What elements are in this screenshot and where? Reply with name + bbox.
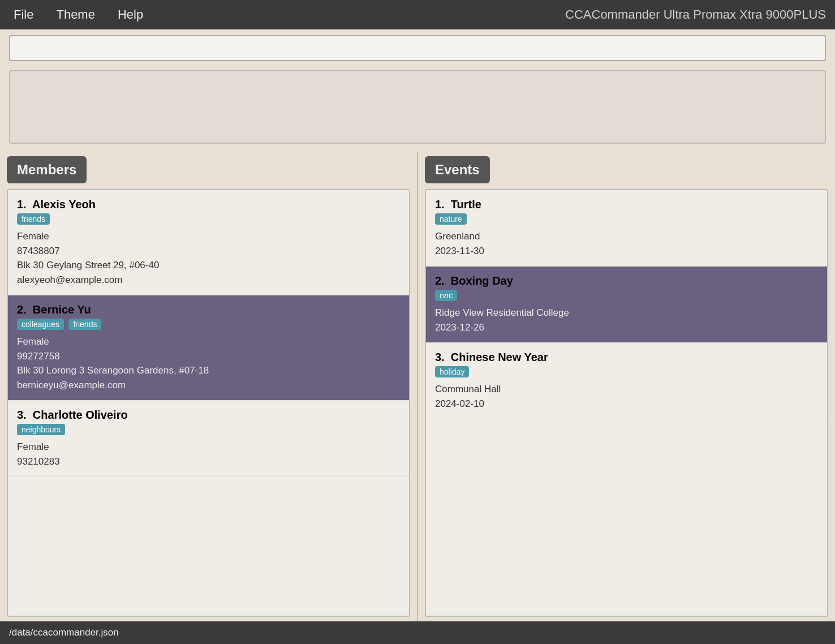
member-address-2: Blk 30 Lorong 3 Serangoon Gardens, #07-1… xyxy=(17,363,400,378)
tag-holiday-3: holiday xyxy=(435,366,469,377)
members-list[interactable]: 1. Alexis Yeoh friends Female 87438807 B… xyxy=(7,189,410,617)
members-panel: Members 1. Alexis Yeoh friends Female 87… xyxy=(0,152,418,621)
info-panel xyxy=(9,70,826,144)
member-phone-2: 99272758 xyxy=(17,349,400,364)
member-name-1: 1. Alexis Yeoh xyxy=(17,198,400,211)
member-phone-1: 87438807 xyxy=(17,244,400,259)
member-gender-1: Female xyxy=(17,229,400,244)
tag-colleagues-2: colleagues xyxy=(17,319,64,330)
search-input[interactable] xyxy=(9,35,826,61)
event-name-1: 1. Turtle xyxy=(435,198,818,211)
event-date-2: 2023-12-26 xyxy=(435,320,818,335)
event-location-2: Ridge View Residential College xyxy=(435,306,818,320)
member-email-1: alexyeoh@example.com xyxy=(17,273,400,287)
members-header: Members xyxy=(7,156,87,183)
event-date-1: 2023-11-30 xyxy=(435,244,818,259)
member-name-3: 3. Charlotte Oliveiro xyxy=(17,409,400,422)
member-name-2: 2. Bernice Yu xyxy=(17,303,400,316)
main-content: Members 1. Alexis Yeoh friends Female 87… xyxy=(0,152,835,621)
member-item-1[interactable]: 1. Alexis Yeoh friends Female 87438807 B… xyxy=(8,190,409,295)
app-title: CCACommander Ultra Promax Xtra 9000PLUS xyxy=(565,7,826,22)
menu-help[interactable]: Help xyxy=(113,5,148,24)
status-path: /data/ccacommander.json xyxy=(9,627,119,638)
menu-theme[interactable]: Theme xyxy=(51,5,99,24)
event-location-3: Communal Hall xyxy=(435,382,818,397)
event-tags-1: nature xyxy=(435,213,818,227)
event-name-2: 2. Boxing Day xyxy=(435,274,818,287)
event-item-2[interactable]: 2. Boxing Day rvrc Ridge View Residentia… xyxy=(426,267,827,343)
member-tags-2: colleagues friends xyxy=(17,319,400,332)
tag-friends-2: friends xyxy=(68,319,101,330)
member-address-1: Blk 30 Geylang Street 29, #06-40 xyxy=(17,258,400,273)
member-tags-3: neighbours xyxy=(17,424,400,437)
events-header: Events xyxy=(425,156,490,183)
member-item-3[interactable]: 3. Charlotte Oliveiro neighbours Female … xyxy=(8,401,409,477)
event-tags-3: holiday xyxy=(435,366,818,380)
tag-nature-1: nature xyxy=(435,213,467,225)
event-date-3: 2024-02-10 xyxy=(435,397,818,411)
event-item-1[interactable]: 1. Turtle nature Greenland 2023-11-30 xyxy=(426,190,827,267)
tag-neighbours-3: neighbours xyxy=(17,424,65,435)
event-tags-2: rvrc xyxy=(435,290,818,303)
member-gender-3: Female xyxy=(17,440,400,454)
member-tags-1: friends xyxy=(17,213,400,227)
events-panel: Events 1. Turtle nature Greenland 2023-1… xyxy=(418,152,835,621)
events-list[interactable]: 1. Turtle nature Greenland 2023-11-30 2.… xyxy=(425,189,828,617)
menubar: File Theme Help CCACommander Ultra Proma… xyxy=(0,0,835,29)
tag-friends-1: friends xyxy=(17,213,50,225)
member-item-2[interactable]: 2. Bernice Yu colleagues friends Female … xyxy=(8,295,409,401)
statusbar: /data/ccacommander.json xyxy=(0,621,835,644)
search-area xyxy=(0,29,835,67)
event-location-1: Greenland xyxy=(435,229,818,244)
event-item-3[interactable]: 3. Chinese New Year holiday Communal Hal… xyxy=(426,343,827,419)
event-name-3: 3. Chinese New Year xyxy=(435,351,818,364)
menu-file[interactable]: File xyxy=(9,5,38,24)
member-phone-3: 93210283 xyxy=(17,454,400,469)
member-email-2: berniceyu@example.com xyxy=(17,378,400,393)
member-gender-2: Female xyxy=(17,334,400,349)
tag-rvrc-2: rvrc xyxy=(435,290,457,301)
